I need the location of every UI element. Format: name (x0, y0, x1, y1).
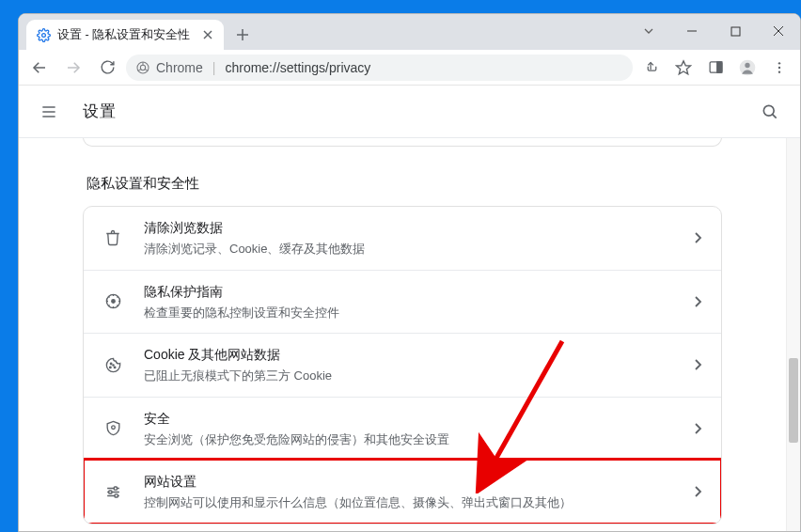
row-desc: 清除浏览记录、Cookie、缓存及其他数据 (144, 240, 672, 258)
toolbar-right (636, 53, 794, 83)
share-icon[interactable] (636, 53, 667, 83)
star-icon[interactable] (668, 53, 699, 83)
side-panel-icon[interactable] (700, 53, 730, 83)
svg-point-28 (763, 105, 774, 116)
url-scheme-label: Chrome (156, 60, 203, 75)
settings-appbar: 设置 (19, 86, 800, 138)
reload-button[interactable] (92, 53, 122, 83)
search-icon[interactable] (753, 95, 787, 129)
row-desc: 安全浏览（保护您免受危险网站的侵害）和其他安全设置 (144, 430, 672, 449)
scrollbar[interactable] (786, 138, 800, 531)
shield-icon (102, 419, 123, 437)
row-desc: 检查重要的隐私控制设置和安全控件 (144, 304, 672, 322)
window-close-button[interactable] (757, 17, 800, 45)
svg-line-14 (138, 69, 141, 70)
hamburger-menu-icon[interactable] (32, 95, 66, 129)
row-title: 隐私保护指南 (144, 282, 672, 302)
row-desc: 已阻止无痕模式下的第三方 Cookie (144, 367, 672, 385)
cookie-icon (102, 356, 123, 374)
svg-point-35 (112, 365, 113, 366)
chrome-logo-icon (135, 60, 150, 75)
page-title: 设置 (83, 101, 117, 122)
window-controls (627, 14, 800, 48)
chevron-right-icon (693, 232, 702, 243)
privacy-card: 清除浏览数据 清除浏览记录、Cookie、缓存及其他数据 (83, 206, 722, 524)
chevron-right-icon (693, 486, 702, 497)
row-privacy-guide[interactable]: 隐私保护指南 检查重要的隐私控制设置和安全控件 (84, 270, 721, 334)
minimize-button[interactable] (670, 17, 714, 45)
chevron-right-icon (693, 423, 702, 434)
row-security[interactable]: 安全 安全浏览（保护您免受危险网站的侵害）和其他安全设置 (84, 397, 721, 461)
address-bar[interactable]: Chrome | chrome://settings/privacy (126, 55, 633, 81)
svg-point-0 (41, 33, 45, 37)
row-clear-browsing-data[interactable]: 清除浏览数据 清除浏览记录、Cookie、缓存及其他数据 (84, 207, 721, 270)
new-tab-button[interactable] (229, 22, 256, 48)
chrome-window: 设置 - 隐私设置和安全性 (18, 13, 801, 532)
chevron-right-icon (693, 296, 702, 307)
svg-point-31 (111, 300, 114, 303)
svg-point-22 (778, 62, 780, 64)
row-title: 网站设置 (144, 472, 672, 492)
back-button[interactable] (24, 53, 55, 83)
guide-icon (102, 292, 123, 310)
row-site-settings[interactable]: 网站设置 控制网站可以使用和显示什么信息（如位置信息、摄像头、弹出式窗口及其他） (84, 460, 721, 524)
svg-rect-42 (115, 494, 118, 497)
gear-icon (36, 27, 51, 42)
trash-icon (102, 229, 123, 246)
svg-point-24 (778, 70, 780, 72)
chevron-right-icon (693, 359, 702, 370)
svg-rect-6 (731, 27, 740, 36)
separator: | (212, 60, 216, 75)
svg-line-29 (773, 114, 777, 117)
tab-title: 设置 - 隐私设置和安全性 (57, 27, 195, 43)
svg-rect-41 (108, 491, 111, 493)
close-icon[interactable] (201, 28, 214, 41)
kebab-menu-icon[interactable] (764, 53, 794, 83)
section-title: 隐私设置和安全性 (86, 175, 718, 193)
svg-rect-40 (114, 487, 117, 490)
maximize-button[interactable] (714, 17, 757, 45)
tab-strip: 设置 - 隐私设置和安全性 (19, 14, 800, 50)
svg-point-34 (114, 367, 116, 368)
scrollbar-thumb[interactable] (789, 358, 798, 443)
svg-line-15 (145, 69, 148, 70)
svg-point-36 (111, 426, 115, 430)
profile-icon[interactable] (732, 53, 762, 83)
row-desc: 控制网站可以使用和显示什么信息（如位置信息、摄像头、弹出式窗口及其他） (144, 493, 672, 512)
url-text: chrome://settings/privacy (225, 60, 370, 75)
row-title: 清除浏览数据 (144, 218, 672, 238)
desktop: 设置 - 隐私设置和安全性 (0, 0, 801, 532)
toolbar: Chrome | chrome://settings/privacy (19, 50, 800, 86)
chevron-down-icon[interactable] (627, 17, 670, 45)
svg-point-33 (109, 367, 111, 368)
svg-marker-16 (677, 60, 691, 73)
tune-icon (102, 483, 123, 501)
row-cookies[interactable]: Cookie 及其他网站数据 已阻止无痕模式下的第三方 Cookie (84, 333, 721, 397)
svg-point-21 (745, 62, 749, 67)
svg-point-23 (778, 66, 780, 68)
previous-card-bottom (83, 138, 722, 147)
forward-button[interactable] (58, 53, 88, 83)
row-title: 安全 (144, 409, 672, 429)
row-title: Cookie 及其他网站数据 (144, 345, 672, 365)
svg-point-32 (110, 363, 112, 365)
browser-tab-active[interactable]: 设置 - 隐私设置和安全性 (26, 20, 224, 50)
svg-rect-19 (716, 62, 721, 72)
content-area: 隐私设置和安全性 清除浏览数据 清除浏览记录、Cookie、缓存及其他数据 (19, 138, 800, 531)
